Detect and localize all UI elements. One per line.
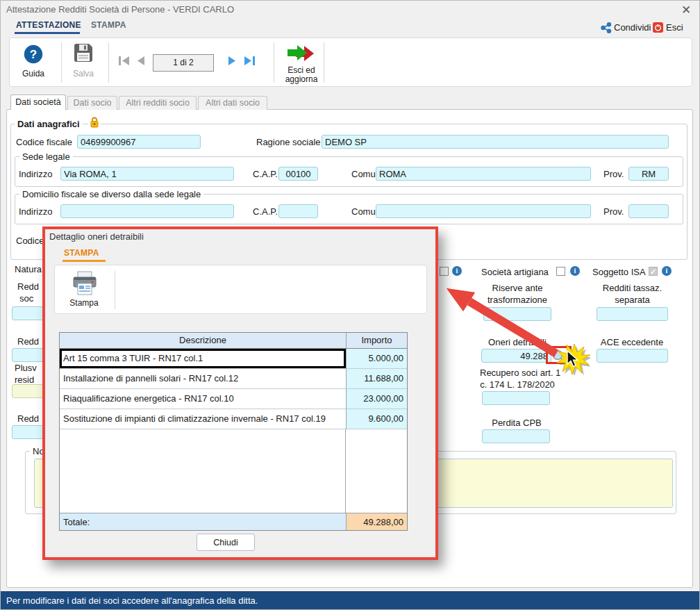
tab-dati-socio[interactable]: Dati socio: [67, 96, 117, 110]
save-icon: [74, 43, 93, 63]
riserve-label: Riserve ante: [483, 283, 552, 293]
reddito-label-fragment: Redd: [17, 413, 39, 424]
plusvalenze-label-fragment: resid: [15, 374, 34, 385]
nav-next-icon[interactable]: [228, 56, 238, 66]
soggetto-isa-checkbox[interactable]: ✓: [649, 267, 658, 276]
exit-update-icon: [286, 44, 318, 64]
hidden-checkbox[interactable]: [440, 267, 449, 276]
table-row[interactable]: Installazione di pannelli solari - RN17 …: [60, 369, 407, 389]
left-field-4[interactable]: [12, 425, 44, 439]
ace-eccedente-field[interactable]: [597, 349, 668, 363]
tab-altri-dati-socio[interactable]: Altri dati socio: [198, 96, 267, 110]
table-row[interactable]: Art 15 comma 3 TUIR - RN17 col.1 5.000,0…: [60, 349, 407, 369]
share-icon: [601, 22, 612, 33]
dialog-tab-underline: [62, 260, 106, 262]
esci-button[interactable]: Esci: [666, 22, 683, 33]
perdita-cpb-field[interactable]: [482, 429, 550, 443]
recupero-soci-label: Recupero soci art. 1: [480, 368, 555, 378]
perdita-cpb-label: Perdita CPB: [483, 418, 551, 428]
prov-label: Prov.: [603, 169, 624, 179]
legend-domicilio: Domicilio fiscale se diverso dalla sede …: [19, 189, 203, 199]
sede-prov-field[interactable]: [628, 167, 669, 181]
ribbon-tab-stampa[interactable]: STAMPA: [91, 20, 126, 30]
redditi-separata-label: Redditi tassaz.: [597, 283, 668, 293]
tab-altri-redditi-socio[interactable]: Altri redditi socio: [119, 96, 197, 110]
sede-cap-field[interactable]: [278, 167, 318, 181]
close-icon[interactable]: ✕: [681, 3, 691, 17]
tab-dati-societa[interactable]: Dati società: [10, 94, 66, 110]
column-header-importo: Importo: [346, 333, 407, 348]
societa-artigiana-label: Società artigiana: [481, 267, 549, 277]
indirizzo-label: Indirizzo: [19, 206, 52, 217]
sede-comune-field[interactable]: [376, 167, 591, 181]
dialog-toolbar-divider: [115, 271, 115, 309]
ribbon-tab-underline: [15, 32, 80, 34]
indirizzo-label: Indirizzo: [19, 169, 52, 179]
reddito-label-fragment: Redd: [17, 281, 39, 292]
lock-icon: [88, 117, 101, 128]
oneri-detraibili-field[interactable]: [481, 349, 551, 363]
nav-prev-icon[interactable]: [135, 56, 145, 66]
total-label: Totale:: [60, 513, 346, 530]
codice-fiscale-label: Codice fiscale: [16, 137, 72, 147]
prov-label: Prov.: [603, 206, 624, 217]
natura-label-fragment: Natura: [15, 264, 42, 274]
exit-icon: [653, 22, 663, 33]
soggetto-isa-label: Soggetto ISA: [592, 267, 646, 277]
window-title: Attestazione Redditi Società di Persone …: [6, 4, 234, 15]
guida-button[interactable]: Guida: [15, 69, 51, 79]
recupero-soci-label: c. 174 L. 178/2020: [480, 379, 555, 390]
condividi-button[interactable]: Condividi: [614, 22, 651, 33]
page-position-box: 1 di 2: [153, 54, 214, 72]
dom-prov-field[interactable]: [628, 204, 669, 218]
ace-eccedente-label: ACE eccedente: [595, 337, 669, 347]
reddito-label-fragment: Redd: [17, 336, 39, 347]
table-header: Descrizione Importo: [60, 333, 407, 349]
info-icon[interactable]: i: [570, 266, 580, 276]
app-window: Attestazione Redditi Società di Persone …: [0, 0, 700, 610]
legend-dati-anagrafici: Dati anagrafici: [15, 119, 83, 129]
nav-first-icon[interactable]: [118, 56, 130, 66]
left-field-2[interactable]: [12, 348, 44, 362]
dom-cap-field[interactable]: [278, 204, 318, 218]
codice-label-fragment: Codice: [16, 236, 44, 246]
redditi-separata-label: separata: [597, 295, 668, 305]
dialog-title: Dettaglio oneri detraibili: [49, 231, 144, 242]
stampa-button[interactable]: Stampa: [60, 298, 108, 308]
total-value: 49.288,00: [346, 513, 407, 530]
recupero-soci-field[interactable]: [482, 391, 550, 405]
cap-label: C.A.P.: [253, 206, 278, 217]
salva-button[interactable]: Salva: [67, 69, 100, 79]
ragione-sociale-field[interactable]: [322, 135, 669, 149]
toolbar: ? Guida Salva 1 di 2 Esci ed aggiorna: [9, 38, 692, 87]
societa-artigiana-checkbox[interactable]: [556, 267, 565, 276]
info-icon[interactable]: i: [662, 266, 672, 276]
esci-aggiorna-button[interactable]: Esci ed aggiorna: [279, 66, 324, 84]
table-row[interactable]: Riaqualificazione energetica - RN17 col.…: [60, 389, 407, 409]
left-field-3[interactable]: [12, 384, 44, 398]
ribbon-tab-attestazione[interactable]: ATTESTAZIONE: [16, 20, 81, 30]
printer-icon: [72, 271, 98, 296]
table-row[interactable]: Sostituzione di impianti di climatizzazi…: [60, 409, 407, 429]
nav-last-icon[interactable]: [244, 56, 256, 66]
chiudi-button[interactable]: Chiudi: [197, 534, 255, 551]
dialog-toolbar: Stampa: [54, 265, 427, 314]
left-field-1[interactable]: [12, 306, 44, 320]
toolbar-divider: [324, 42, 324, 83]
magnifier-highlight-box: [546, 346, 572, 364]
codice-fiscale-field[interactable]: [77, 135, 201, 149]
dialog-tab-stampa[interactable]: STAMPA: [64, 248, 99, 258]
status-message: Per modificare i dati dei soci accedere …: [6, 595, 258, 606]
column-header-descrizione: Descrizione: [60, 333, 346, 348]
dom-indirizzo-field[interactable]: [60, 204, 234, 218]
table-empty-area: [60, 429, 407, 513]
info-icon[interactable]: i: [452, 266, 462, 276]
ragione-sociale-label: Ragione sociale: [256, 137, 321, 147]
dom-comune-field[interactable]: [376, 204, 591, 218]
riserve-field[interactable]: [483, 307, 551, 321]
redditi-separata-field[interactable]: [597, 307, 668, 321]
oneri-table: Descrizione Importo Art 15 comma 3 TUIR …: [59, 332, 408, 531]
help-icon: ?: [24, 44, 43, 64]
status-bar: Per modificare i dati dei soci accedere …: [1, 591, 700, 610]
sede-indirizzo-field[interactable]: [60, 167, 234, 181]
